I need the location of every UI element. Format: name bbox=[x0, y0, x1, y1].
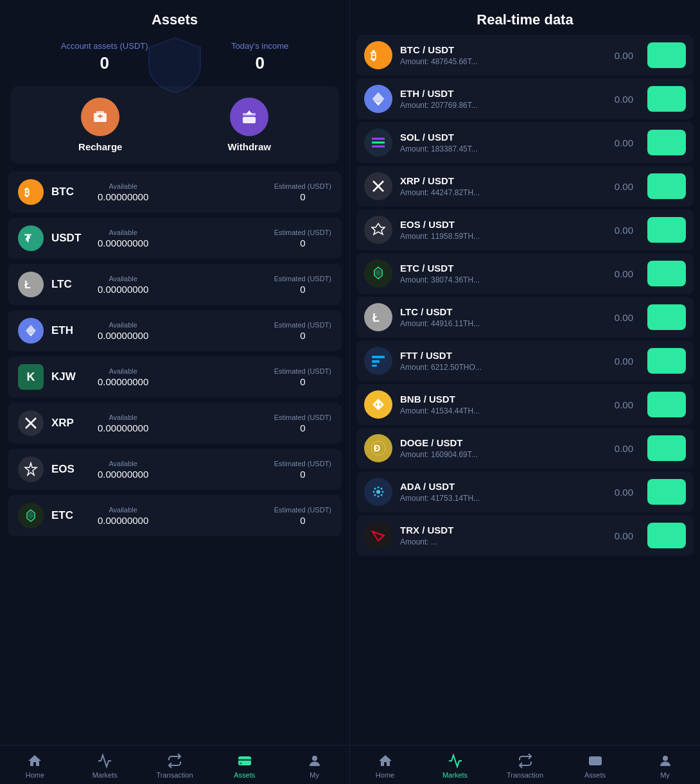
bnb-market-logo bbox=[364, 390, 392, 419]
left-nav-transaction[interactable]: Transaction bbox=[140, 751, 210, 781]
withdraw-button[interactable]: Withdraw bbox=[228, 98, 271, 152]
account-assets-label: Account assets (USDT) bbox=[61, 41, 148, 51]
market-item-doge[interactable]: Ð DOGE / USDT Amount: 160904.69T... 0.00 bbox=[356, 428, 694, 469]
right-nav-home[interactable]: Home bbox=[350, 751, 420, 781]
xrp-price: 0.00 bbox=[611, 181, 633, 192]
btc-estimated: 0 bbox=[300, 191, 305, 202]
eos-amount: Amount: 11958.59TH... bbox=[400, 232, 603, 241]
doge-trade-button[interactable] bbox=[647, 435, 686, 461]
asset-item-btc[interactable]: ₿ BTC Available 0.00000000 Estimated (US… bbox=[8, 171, 342, 213]
eth-amounts: Available 0.00000000 Estimated (USDT) 0 bbox=[98, 321, 331, 341]
market-item-eth[interactable]: ETH / USDT Amount: 207769.86T... 0.00 bbox=[356, 78, 694, 119]
asset-item-eos[interactable]: EOS Available 0.00000000 Estimated (USDT… bbox=[8, 449, 342, 490]
etc-market-logo bbox=[364, 259, 392, 288]
svg-point-20 bbox=[312, 756, 317, 761]
ftt-market-info: FTT / USDT Amount: 6212.50THO... bbox=[400, 350, 603, 372]
market-item-trx[interactable]: TRX / USDT Amount: ... 0.00 bbox=[356, 515, 694, 556]
eos-pair: EOS / USDT bbox=[400, 219, 603, 230]
ftt-pair: FTT / USDT bbox=[400, 350, 603, 361]
xrp-estimated: 0 bbox=[300, 422, 305, 433]
right-nav-my[interactable]: My bbox=[630, 751, 700, 781]
bnb-trade-button[interactable] bbox=[647, 392, 686, 417]
eos-trade-button[interactable] bbox=[647, 217, 686, 243]
btc-amount: Amount: 487645.66T... bbox=[400, 57, 603, 66]
asset-item-eth[interactable]: ETH Available 0.00000000 Estimated (USDT… bbox=[8, 310, 342, 351]
bnb-market-info: BNB / USDT Amount: 41534.44TH... bbox=[400, 394, 603, 415]
trx-amount: Amount: ... bbox=[400, 537, 603, 546]
sol-market-logo bbox=[364, 128, 392, 157]
ftt-price: 0.00 bbox=[611, 356, 633, 367]
svg-marker-14 bbox=[25, 463, 37, 475]
market-item-bnb[interactable]: BNB / USDT Amount: 41534.44TH... 0.00 bbox=[356, 384, 694, 425]
etc-trade-button[interactable] bbox=[647, 261, 686, 286]
account-section: Account assets (USDT) 0 Today's income 0 bbox=[0, 35, 349, 86]
svg-text:Ł: Ł bbox=[372, 311, 380, 324]
ada-price: 0.00 bbox=[611, 487, 633, 498]
xrp-market-info: XRP / USDT Amount: 44247.82TH... bbox=[400, 175, 603, 197]
recharge-button[interactable]: Recharge bbox=[78, 98, 122, 152]
eth-estimated: 0 bbox=[300, 330, 305, 341]
eth-price: 0.00 bbox=[611, 94, 633, 105]
asset-item-etc[interactable]: ETC Available 0.00000000 Estimated (USDT… bbox=[8, 495, 342, 536]
svg-rect-4 bbox=[243, 117, 256, 123]
eth-trade-button[interactable] bbox=[647, 86, 686, 112]
asset-item-ltc[interactable]: Ł LTC Available 0.00000000 Estimated (US… bbox=[8, 264, 342, 305]
xrp-trade-button[interactable] bbox=[647, 173, 686, 199]
ada-trade-button[interactable] bbox=[647, 479, 686, 505]
xrp-pair: XRP / USDT bbox=[400, 175, 603, 186]
ltc-market-info: LTC / USDT Amount: 44916.11TH... bbox=[400, 306, 603, 328]
btc-trade-button[interactable] bbox=[647, 42, 686, 68]
etc-market-info: ETC / USDT Amount: 38074.36TH... bbox=[400, 263, 603, 284]
market-item-ltc[interactable]: Ł LTC / USDT Amount: 44916.11TH... 0.00 bbox=[356, 297, 694, 338]
eos-price: 0.00 bbox=[611, 225, 633, 236]
svg-marker-16 bbox=[28, 511, 33, 519]
svg-rect-33 bbox=[372, 360, 380, 363]
left-nav-home[interactable]: Home bbox=[0, 751, 70, 781]
left-panel: Assets Account assets (USDT) 0 Today's i… bbox=[0, 0, 350, 784]
asset-item-usdt[interactable]: ₮ USDT Available 0.00000000 Estimated (U… bbox=[8, 218, 342, 259]
right-nav-my-label: My bbox=[660, 771, 670, 779]
trx-trade-button[interactable] bbox=[647, 523, 686, 548]
svg-text:₿: ₿ bbox=[24, 187, 30, 198]
etc-amounts: Available 0.00000000 Estimated (USDT) 0 bbox=[98, 506, 331, 526]
bnb-price: 0.00 bbox=[611, 399, 633, 410]
market-item-eos[interactable]: EOS / USDT Amount: 11958.59TH... 0.00 bbox=[356, 209, 694, 250]
btc-symbol: BTC bbox=[51, 186, 90, 198]
asset-item-xrp[interactable]: XRP Available 0.00000000 Estimated (USDT… bbox=[8, 403, 342, 444]
left-nav-my[interactable]: My bbox=[279, 751, 349, 781]
right-panel-title: Real-time data bbox=[350, 0, 700, 35]
right-nav-assets[interactable]: Assets bbox=[560, 751, 630, 781]
trx-price: 0.00 bbox=[611, 530, 633, 541]
withdraw-label: Withdraw bbox=[228, 141, 271, 152]
etc-symbol: ETC bbox=[51, 509, 90, 522]
ltc-trade-button[interactable] bbox=[647, 304, 686, 330]
right-nav-markets-label: Markets bbox=[442, 771, 468, 779]
right-panel: Real-time data ₿ BTC / USDT Amount: 4876… bbox=[350, 0, 700, 784]
sol-trade-button[interactable] bbox=[647, 130, 686, 155]
market-item-etc[interactable]: ETC / USDT Amount: 38074.36TH... 0.00 bbox=[356, 253, 694, 294]
asset-item-kjw[interactable]: K KJW Available 0.00000000 Estimated (US… bbox=[8, 356, 342, 397]
svg-rect-18 bbox=[238, 759, 251, 761]
right-nav-transaction[interactable]: Transaction bbox=[490, 751, 560, 781]
market-item-ftt[interactable]: FTT / USDT Amount: 6212.50THO... 0.00 bbox=[356, 340, 694, 381]
market-item-btc[interactable]: ₿ BTC / USDT Amount: 487645.66T... 0.00 bbox=[356, 35, 694, 76]
ftt-trade-button[interactable] bbox=[647, 348, 686, 374]
sol-pair: SOL / USDT bbox=[400, 132, 603, 143]
left-panel-title: Assets bbox=[0, 0, 349, 35]
market-item-sol[interactable]: SOL / USDT Amount: 183387.45T... 0.00 bbox=[356, 122, 694, 163]
left-nav-markets[interactable]: Markets bbox=[70, 751, 140, 781]
market-item-xrp[interactable]: XRP / USDT Amount: 44247.82TH... 0.00 bbox=[356, 166, 694, 207]
ltc-amounts: Available 0.00000000 Estimated (USDT) 0 bbox=[98, 275, 331, 295]
svg-marker-30 bbox=[376, 269, 381, 277]
eth-market-info: ETH / USDT Amount: 207769.86T... bbox=[400, 88, 603, 110]
kjw-available: 0.00000000 bbox=[98, 376, 148, 387]
right-nav-markets[interactable]: Markets bbox=[420, 751, 490, 781]
left-nav-assets[interactable]: Assets bbox=[209, 751, 279, 781]
svg-rect-3 bbox=[100, 114, 101, 118]
etc-available: 0.00000000 bbox=[98, 515, 148, 526]
kjw-estimated: 0 bbox=[300, 376, 305, 387]
svg-marker-6 bbox=[246, 110, 252, 114]
eos-available: 0.00000000 bbox=[98, 469, 148, 480]
svg-point-41 bbox=[376, 490, 380, 494]
market-item-ada[interactable]: ADA / USDT Amount: 41753.14TH... 0.00 bbox=[356, 471, 694, 512]
